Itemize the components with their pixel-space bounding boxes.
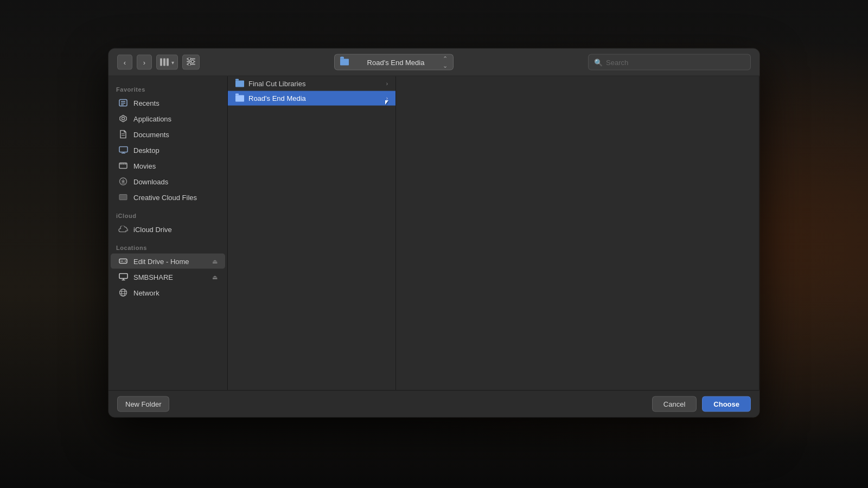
downloads-icon: [118, 177, 128, 187]
final-cut-arrow-icon: ›: [386, 81, 388, 87]
sidebar-item-desktop[interactable]: Desktop: [111, 143, 225, 158]
icloud-section-label: iCloud: [108, 209, 227, 221]
applications-icon: [118, 114, 128, 124]
sidebar-item-recents[interactable]: Recents: [111, 95, 225, 111]
search-input[interactable]: [606, 58, 745, 66]
eject-smbshare-icon[interactable]: ⏏: [212, 273, 218, 280]
cancel-button[interactable]: Cancel: [652, 396, 697, 412]
sidebar-item-applications-label: Applications: [133, 114, 218, 123]
sidebar-item-applications[interactable]: Applications: [111, 111, 225, 126]
location-title: Road's End Media: [352, 58, 439, 66]
sidebar-item-desktop-label: Desktop: [133, 146, 218, 154]
svg-point-10: [122, 117, 125, 120]
cc-icon: [118, 192, 128, 202]
location-folder-icon: [340, 59, 349, 66]
location-chevron-icon: ⌃⌄: [443, 55, 448, 69]
sidebar-item-movies-label: Movies: [133, 162, 218, 170]
forward-icon: ›: [143, 58, 145, 66]
locations-section-label: Locations: [108, 241, 227, 253]
sidebar-item-documents[interactable]: Documents: [111, 127, 225, 142]
movies-icon: [118, 161, 128, 171]
desktop-icon: [118, 145, 128, 155]
svg-rect-9: [121, 105, 124, 106]
sidebar-item-icloud-drive[interactable]: iCloud Drive: [111, 222, 225, 237]
dialog-body: Favorites Recents: [108, 76, 760, 390]
sidebar-item-movies[interactable]: Movies: [111, 158, 225, 174]
network-icon: [118, 288, 128, 298]
sidebar-item-smbshare[interactable]: SMBSHARE ⏏: [111, 269, 225, 285]
file-item-roads-end[interactable]: Road's End Media ›: [228, 91, 395, 106]
final-cut-label: Final Cut Libraries: [248, 80, 306, 88]
svg-rect-7: [121, 101, 125, 102]
sidebar-item-recents-label: Recents: [133, 99, 218, 107]
back-icon: ‹: [124, 58, 126, 66]
eject-edit-drive-icon[interactable]: ⏏: [212, 258, 218, 265]
sidebar-item-cc-label: Creative Cloud Files: [133, 193, 218, 201]
svg-rect-8: [121, 103, 125, 104]
favorites-section-label: Favorites: [108, 83, 227, 95]
file-column-2: [396, 76, 760, 390]
file-picker-dialog: ‹ › ▾: [108, 49, 760, 418]
svg-point-31: [122, 289, 125, 296]
search-icon: 🔍: [594, 58, 603, 66]
icloud-icon: [118, 224, 128, 234]
svg-rect-27: [119, 274, 127, 279]
search-box: 🔍: [588, 54, 751, 70]
roads-end-folder-icon: [235, 95, 244, 101]
svg-rect-23: [119, 195, 127, 200]
svg-point-25: [125, 261, 126, 262]
action-button[interactable]: [182, 55, 200, 70]
monitor-icon: [118, 272, 128, 282]
file-item-final-cut[interactable]: Final Cut Libraries ›: [228, 76, 395, 91]
sidebar: Favorites Recents: [108, 76, 228, 390]
recents-icon: [118, 98, 128, 108]
sidebar-item-edit-drive[interactable]: Edit Drive - Home ⏏: [111, 254, 225, 269]
sidebar-item-network-label: Network: [133, 288, 218, 297]
sidebar-item-downloads-label: Downloads: [133, 177, 218, 185]
view-mode-button[interactable]: ▾: [156, 55, 178, 70]
location-dropdown[interactable]: Road's End Media ⌃⌄: [334, 54, 454, 70]
final-cut-folder-icon: [235, 80, 244, 87]
view-chevron-icon: ▾: [171, 59, 174, 65]
svg-point-4: [192, 60, 194, 63]
sidebar-item-icloud-label: iCloud Drive: [133, 225, 218, 233]
columns-view-icon: [160, 59, 169, 66]
bottom-bar: New Folder Cancel Choose: [108, 390, 760, 418]
sidebar-item-smbshare-label: SMBSHARE: [133, 273, 207, 281]
hdd-icon: [118, 256, 128, 266]
back-button[interactable]: ‹: [117, 55, 132, 70]
roads-end-label: Road's End Media: [248, 94, 306, 102]
documents-icon: [118, 130, 128, 139]
svg-rect-13: [119, 147, 127, 152]
file-columns-area: Final Cut Libraries › Road's End Media ›: [228, 76, 760, 390]
sidebar-item-creative-cloud[interactable]: Creative Cloud Files: [111, 190, 225, 205]
forward-button[interactable]: ›: [137, 55, 152, 70]
sidebar-item-documents-label: Documents: [133, 130, 218, 138]
svg-point-30: [120, 289, 127, 296]
roads-end-arrow-icon: ›: [386, 95, 388, 101]
file-column-1: Final Cut Libraries › Road's End Media ›: [228, 76, 396, 390]
toolbar: ‹ › ▾: [108, 49, 760, 76]
choose-button[interactable]: Choose: [702, 396, 751, 412]
svg-point-3: [188, 57, 191, 60]
new-folder-button[interactable]: New Folder: [117, 396, 169, 412]
svg-point-5: [188, 63, 191, 66]
sidebar-item-network[interactable]: Network: [111, 285, 225, 300]
sidebar-item-downloads[interactable]: Downloads: [111, 174, 225, 189]
sidebar-item-edit-drive-label: Edit Drive - Home: [133, 257, 207, 265]
action-icon: [187, 57, 195, 67]
